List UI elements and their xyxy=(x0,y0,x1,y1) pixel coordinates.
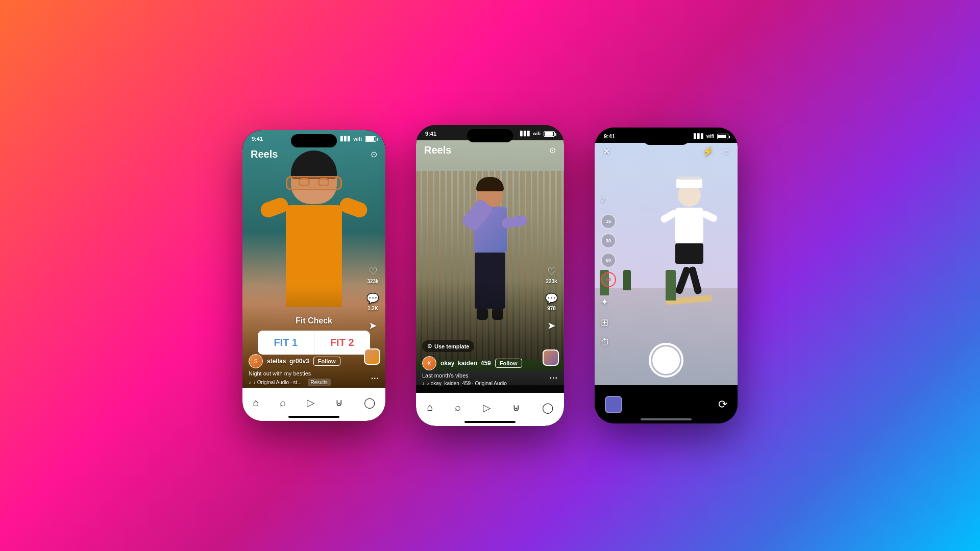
phone3-bottom-bar: ⟳ xyxy=(595,385,738,423)
use-template-btn[interactable]: ⊙ Use template xyxy=(422,340,474,352)
share-icon-2: ➤ xyxy=(547,319,556,332)
reels-title-1: Reels xyxy=(251,148,278,160)
right-controls: ⚡ ○ xyxy=(702,146,729,157)
audio-row-2: ♪ ♪ okay_kaiden_459 · Original Audio xyxy=(422,381,532,386)
wifi-icon-3: wifi xyxy=(706,134,714,139)
signal-icon-2: ▋▋▋ xyxy=(520,131,531,136)
camera-icon-1[interactable]: ⊙ xyxy=(371,149,377,159)
music-icon-2: ♪ xyxy=(422,381,425,386)
tab-reels-1[interactable]: ▷ xyxy=(307,396,314,409)
dynamic-island-3 xyxy=(643,132,689,145)
flip-camera-icon[interactable]: ⟳ xyxy=(718,398,727,411)
like-action-2[interactable]: ♡ 223k xyxy=(546,265,557,284)
timer-icon[interactable]: ⏱ xyxy=(601,337,616,348)
fit-btn-2[interactable]: FIT 2 xyxy=(314,331,371,355)
record-btn-container xyxy=(649,343,683,378)
time-1: 9:41 xyxy=(252,136,263,142)
dynamic-island-2 xyxy=(467,129,513,142)
audio-text-1: ♪ Original Audio · st... xyxy=(253,380,302,385)
thumb-preview-1 xyxy=(364,348,380,365)
right-actions-2: ♡ 223k 💬 978 ➤ xyxy=(545,265,558,332)
share-action-2[interactable]: ➤ xyxy=(547,319,556,332)
status-icons-3: ▋▋▋ wifi xyxy=(694,134,728,139)
tab-home-2[interactable]: ⌂ xyxy=(427,402,433,413)
wifi-icon-2: wifi xyxy=(533,131,541,136)
caption-1: Night out with my besties xyxy=(249,370,354,377)
timer-options: 15 30 60 90 xyxy=(601,214,616,287)
heart-icon-2: ♡ xyxy=(547,265,556,278)
heart-icon-1: ♡ xyxy=(369,265,378,278)
fit-buttons-container: FIT 1 FIT 2 xyxy=(258,331,370,355)
more-btn-1[interactable]: ··· xyxy=(371,374,379,383)
comment-icon-1: 💬 xyxy=(366,292,379,305)
username-1: stellas_gr00v3 xyxy=(267,358,309,365)
battery-1 xyxy=(365,136,376,142)
home-indicator-3 xyxy=(641,418,692,420)
use-template-label: Use template xyxy=(434,343,469,349)
comment-action-1[interactable]: 💬 1.2K xyxy=(366,292,379,311)
camera-icon-2[interactable]: ⊙ xyxy=(549,145,556,155)
like-count-2: 223k xyxy=(546,279,557,284)
tab-shop-2[interactable]: ⊎ xyxy=(512,402,520,414)
dynamic-island-1 xyxy=(291,134,337,147)
status-icons-1: ▋▋▋ wifi xyxy=(340,136,376,142)
fit-check-title: Fit Check xyxy=(242,316,385,325)
like-action-1[interactable]: ♡ 323k xyxy=(367,265,378,284)
record-button[interactable] xyxy=(649,343,683,378)
tab-profile-2[interactable]: ◯ xyxy=(542,402,553,414)
tab-search-1[interactable]: ⌕ xyxy=(280,397,286,409)
layout-icon[interactable]: ⊞ xyxy=(601,317,616,328)
battery-2 xyxy=(544,131,555,137)
user-row-1: S stellas_gr00v3 Follow xyxy=(249,354,354,368)
comment-icon-2: 💬 xyxy=(545,292,558,305)
reels-title-2: Reels xyxy=(424,144,451,156)
battery-3 xyxy=(717,134,728,139)
tab-reels-2[interactable]: ▷ xyxy=(483,402,491,414)
search-icon[interactable]: ○ xyxy=(724,146,729,157)
close-icon[interactable]: ✕ xyxy=(603,146,610,157)
avatar-1: S xyxy=(249,354,263,368)
phone-2: Reels ⊙ 9:41 ▋▋▋ wifi ♡ 223k 💬 978 xyxy=(416,125,564,426)
time-3: 9:41 xyxy=(604,133,615,139)
side-tools: ♪ 15 30 60 90 ✦ ⊞ ⏱ xyxy=(601,194,616,348)
username-2: okay_kaiden_459 xyxy=(440,360,491,367)
user-row-2: K okay_kaiden_459 Follow xyxy=(422,356,532,370)
tab-bar-2: ⌂ ⌕ ▷ ⊎ ◯ xyxy=(416,393,564,426)
tab-shop-1[interactable]: ⊎ xyxy=(335,396,343,409)
timer-60[interactable]: 60 xyxy=(601,253,616,268)
like-count-1: 323k xyxy=(367,279,378,284)
timer-30[interactable]: 30 xyxy=(601,233,616,248)
audio-row-1: ♪ ♪ Original Audio · st... Results xyxy=(249,379,354,386)
wifi-icon-1: wifi xyxy=(353,136,362,142)
more-btn-2[interactable]: ··· xyxy=(550,373,558,383)
follow-btn-2[interactable]: Follow xyxy=(495,359,522,368)
tab-home-1[interactable]: ⌂ xyxy=(253,397,259,409)
comment-count-1: 1.2K xyxy=(368,306,378,311)
caption-2: Last month's vibes xyxy=(422,372,532,379)
color-swatch[interactable] xyxy=(605,396,622,413)
avatar-2: K xyxy=(422,356,436,370)
follow-btn-1[interactable]: Follow xyxy=(313,357,340,366)
template-camera-icon: ⊙ xyxy=(427,343,432,349)
music-icon-1: ♪ xyxy=(249,380,251,385)
music-tool-icon[interactable]: ♪ xyxy=(601,194,616,205)
results-btn-1[interactable]: Results xyxy=(308,379,331,386)
user-info-2: K okay_kaiden_459 Follow Last month's vi… xyxy=(416,356,538,386)
tab-bar-1: ⌂ ⌕ ▷ ⊎ ◯ xyxy=(242,388,385,421)
tab-search-2[interactable]: ⌕ xyxy=(455,402,461,413)
fit-btn-1[interactable]: FIT 1 xyxy=(258,331,314,355)
timer-90[interactable]: 90 xyxy=(601,272,616,287)
tab-profile-1[interactable]: ◯ xyxy=(364,396,375,409)
home-indicator-1 xyxy=(288,416,339,418)
left-controls: ✕ xyxy=(603,146,610,157)
flash-off-icon[interactable]: ⚡ xyxy=(702,146,714,157)
thumb-preview-2 xyxy=(543,349,559,366)
signal-icon-3: ▋▋▋ xyxy=(694,134,704,139)
comment-action-2[interactable]: 💬 978 xyxy=(545,292,558,311)
status-icons-2: ▋▋▋ wifi xyxy=(520,131,555,137)
audio-text-2: ♪ okay_kaiden_459 · Original Audio xyxy=(427,381,507,386)
timer-15[interactable]: 15 xyxy=(601,214,616,229)
time-2: 9:41 xyxy=(425,131,436,137)
sparkle-icon[interactable]: ✦ xyxy=(601,296,616,308)
signal-icon-1: ▋▋▋ xyxy=(340,136,351,141)
